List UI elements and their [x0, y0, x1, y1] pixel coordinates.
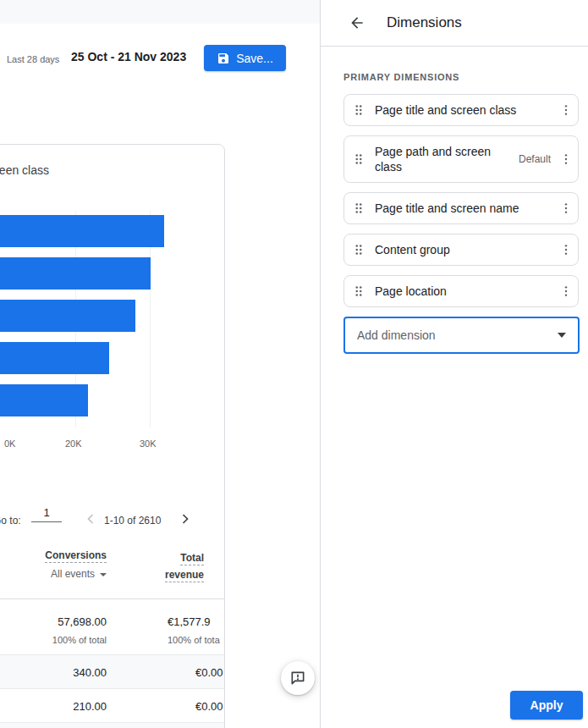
add-dimension-dropdown[interactable]: Add dimension — [343, 317, 580, 354]
column-header-conversions[interactable]: Conversions — [22, 549, 107, 561]
dimension-list: Page title and screen class Page path an… — [343, 94, 579, 307]
dimension-label: Page path and screen class — [375, 144, 502, 174]
bar — [0, 342, 109, 374]
more-options-icon[interactable] — [558, 241, 574, 258]
more-options-icon[interactable] — [558, 200, 574, 217]
save-icon — [217, 52, 230, 65]
default-badge: Default — [519, 153, 558, 165]
bar — [0, 215, 164, 247]
totals-revenue-pct: 100% of total — [168, 635, 220, 645]
feedback-button[interactable] — [281, 661, 315, 695]
more-options-icon[interactable] — [558, 151, 574, 168]
back-arrow-icon — [349, 14, 365, 31]
totals-revenue: €1,577.9 — [168, 615, 211, 628]
dimension-label: Page location — [375, 284, 558, 299]
chart-title: Page title and screen class — [0, 163, 49, 177]
cell-conversions: 340.00 — [22, 666, 107, 679]
dimension-label: Page title and screen class — [375, 102, 558, 118]
table-header-divider — [0, 598, 224, 599]
goto-page-input[interactable] — [31, 504, 62, 522]
dropdown-caret-icon — [100, 573, 107, 576]
bar — [0, 300, 135, 332]
save-button-label: Save... — [236, 52, 273, 65]
bar — [0, 257, 151, 290]
top-header-strip — [0, 0, 320, 24]
dimension-item[interactable]: Page title and screen class — [343, 94, 579, 126]
bar-chart-bars — [0, 215, 164, 427]
panel-header: Dimensions — [321, 0, 588, 47]
column-header-total-revenue[interactable]: Total revenue — [136, 549, 204, 583]
feedback-icon — [289, 670, 306, 687]
x-axis-tick: 0K — [4, 438, 15, 449]
more-options-icon[interactable] — [558, 283, 574, 300]
cell-revenue: €0.00 — [195, 666, 224, 679]
conversions-event-filter[interactable]: All events — [22, 568, 107, 580]
table-row: 340.00 €0.00 — [0, 654, 224, 688]
drag-handle-icon[interactable] — [351, 242, 368, 257]
drag-handle-icon[interactable] — [351, 152, 368, 167]
drag-handle-icon[interactable] — [351, 201, 368, 216]
report-card: Page title and screen class 0K 20K 30K G… — [0, 144, 225, 728]
date-range-picker[interactable]: 25 Oct - 21 Nov 2023 — [71, 50, 186, 63]
drag-handle-icon[interactable] — [351, 284, 368, 299]
add-dimension-placeholder: Add dimension — [357, 328, 558, 342]
cell-conversions: 210.00 — [22, 700, 107, 713]
date-range-preset-label: Last 28 days — [7, 54, 59, 64]
back-button[interactable] — [349, 14, 365, 31]
apply-button[interactable]: Apply — [510, 691, 583, 720]
dimension-item[interactable]: Page path and screen class Default — [343, 135, 579, 183]
table-row: 210.00 €0.00 — [0, 688, 224, 722]
panel-title: Dimensions — [387, 14, 462, 31]
dimension-item[interactable]: Page title and screen name — [343, 192, 579, 224]
save-button[interactable]: Save... — [204, 45, 286, 71]
totals-conversions: 57,698.00 — [22, 615, 107, 628]
pagination-range-text: 1-10 of 2610 — [104, 515, 161, 527]
next-page-button[interactable] — [177, 510, 194, 530]
dimension-label: Content group — [375, 242, 558, 257]
x-axis-tick: 20K — [65, 438, 82, 449]
bar — [0, 384, 88, 416]
dimensions-panel: Dimensions PRIMARY DIMENSIONS Page title… — [320, 0, 588, 728]
dimension-item[interactable]: Page location — [343, 275, 579, 307]
drag-handle-icon[interactable] — [351, 102, 368, 118]
dimension-item[interactable]: Content group — [343, 234, 579, 266]
chevron-down-icon — [558, 333, 566, 338]
cell-revenue: €0.00 — [195, 700, 224, 713]
table-row — [0, 722, 224, 728]
goto-page-label: Go to: — [0, 515, 21, 527]
dimension-label: Page title and screen name — [375, 201, 558, 216]
previous-page-button[interactable] — [82, 510, 99, 530]
x-axis-tick: 30K — [140, 438, 157, 449]
primary-dimensions-section-label: PRIMARY DIMENSIONS — [343, 72, 588, 82]
more-options-icon[interactable] — [558, 102, 574, 119]
totals-conversions-pct: 100% of total — [22, 635, 107, 645]
